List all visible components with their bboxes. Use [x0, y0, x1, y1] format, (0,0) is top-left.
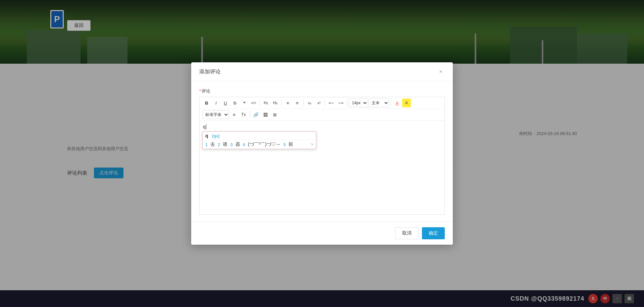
- toolbar-bold-button[interactable]: B: [202, 99, 211, 107]
- toolbar-h2-button[interactable]: H₂: [271, 99, 280, 107]
- ime-more-arrow[interactable]: >: [311, 142, 313, 147]
- toolbar-separator-5: [347, 100, 347, 106]
- modal-body: *评论 B I U S ❝ </> H₁ H₂ ≡ ≡ x₂ x² ⟵: [191, 81, 453, 222]
- toolbar-align-button[interactable]: ≡: [230, 110, 238, 119]
- toolbar-italic-button[interactable]: I: [212, 99, 220, 107]
- ime-num-4: 4: [243, 142, 245, 147]
- ime-candidates: 1 去 2 请 3 器 4 (づ￣³￣)づ♡～ 5 前 >: [203, 140, 316, 149]
- ime-num-3: 3: [230, 142, 232, 147]
- editor-typed-text: q: [203, 124, 206, 129]
- ime-char-2[interactable]: 请: [221, 141, 229, 147]
- add-comment-modal: 添加评论 × *评论 B I U S ❝ </> H₁ H₂ ≡ ≡ x₂: [191, 62, 453, 245]
- cancel-button[interactable]: 取消: [395, 227, 419, 239]
- toolbar-ul-button[interactable]: ≡: [293, 99, 302, 107]
- toolbar-separator-2: [281, 100, 282, 106]
- toolbar-code-button[interactable]: </>: [249, 99, 258, 107]
- ime-dropdown: q [qu] 1 去 2 请 3 器 4 (づ￣³￣)づ♡～ 5 前: [202, 131, 316, 149]
- toolbar-fontfamily-select[interactable]: 标准字体: [202, 110, 229, 119]
- modal-close-button[interactable]: ×: [437, 68, 445, 76]
- ime-pinyin-hint: [qu]: [212, 133, 220, 138]
- toolbar-h1-button[interactable]: H₁: [262, 99, 270, 107]
- editor-toolbar-row2: 标准字体 ≡ Tx 🔗 🖼 ⊞: [200, 109, 444, 121]
- toolbar-texttype-select[interactable]: 文本 标题1 标题2: [369, 99, 389, 107]
- ime-num-1: 1: [205, 142, 208, 147]
- toolbar-superscript-button[interactable]: x²: [315, 99, 323, 107]
- toolbar-separator-7: [250, 111, 250, 118]
- toolbar-link-button[interactable]: 🔗: [252, 110, 260, 119]
- toolbar-table-button[interactable]: ⊞: [270, 110, 279, 119]
- toolbar-indent-right-button[interactable]: ⟶: [336, 99, 345, 107]
- required-mark: *: [199, 88, 201, 94]
- toolbar-quote-button[interactable]: ❝: [240, 99, 249, 107]
- text-cursor: [206, 124, 206, 129]
- toolbar-ol-button[interactable]: ≡: [283, 99, 292, 107]
- ime-char-3[interactable]: 器: [234, 141, 241, 147]
- ime-char-4[interactable]: (づ￣³￣)づ♡～: [247, 141, 282, 147]
- ime-char-5[interactable]: 前: [287, 141, 294, 147]
- toolbar-image-button[interactable]: 🖼: [261, 110, 270, 119]
- toolbar-fontcolor-button[interactable]: A: [393, 99, 401, 107]
- field-label: *评论: [199, 88, 445, 94]
- toolbar-clearformat-button[interactable]: Tx: [239, 110, 248, 119]
- modal-footer: 取消 确定: [191, 222, 453, 245]
- toolbar-separator-6: [391, 100, 391, 106]
- toolbar-highlight-button[interactable]: A: [402, 99, 411, 107]
- modal-title: 添加评论: [199, 68, 221, 75]
- toolbar-fontsize-select[interactable]: 14px 12px 16px 18px: [349, 99, 368, 107]
- toolbar-separator-4: [325, 100, 325, 106]
- editor-toolbar-row1: B I U S ❝ </> H₁ H₂ ≡ ≡ x₂ x² ⟵ ⟶: [200, 97, 444, 109]
- ime-top-row: q [qu]: [203, 132, 316, 140]
- toolbar-underline-button[interactable]: U: [221, 99, 230, 107]
- toolbar-strikethrough-button[interactable]: S: [230, 99, 239, 107]
- toolbar-separator-1: [260, 100, 260, 106]
- editor-content-area[interactable]: q q [qu] 1 去 2 请 3 器 4 (づ￣³￣: [200, 121, 444, 214]
- ime-num-5: 5: [283, 142, 286, 147]
- confirm-button[interactable]: 确定: [422, 227, 445, 239]
- ime-num-2: 2: [218, 142, 220, 147]
- ime-pinyin: q: [205, 133, 208, 138]
- toolbar-indent-left-button[interactable]: ⟵: [327, 99, 336, 107]
- toolbar-subscript-button[interactable]: x₂: [305, 99, 314, 107]
- editor-container: B I U S ❝ </> H₁ H₂ ≡ ≡ x₂ x² ⟵ ⟶: [199, 97, 445, 215]
- ime-char-1[interactable]: 去: [209, 141, 216, 147]
- toolbar-separator-3: [303, 100, 304, 106]
- modal-header: 添加评论 ×: [191, 62, 453, 81]
